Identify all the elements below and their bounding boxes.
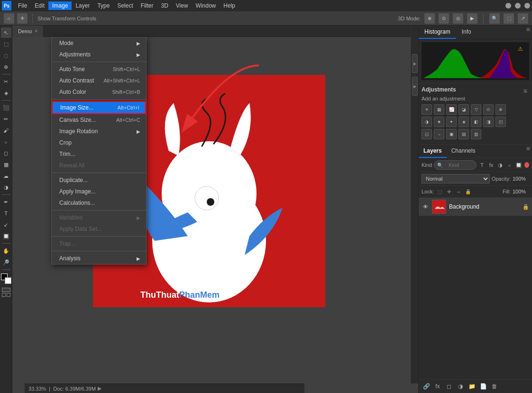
adj-bw[interactable]: ◑	[422, 117, 432, 127]
filter-icon-fx[interactable]: fx	[487, 161, 495, 169]
fg-bg-colors[interactable]	[1, 274, 11, 284]
menu-auto-tone[interactable]: Auto Tone Shift+Ctrl+L	[52, 64, 146, 75]
adj-invert[interactable]: ◧	[471, 117, 481, 127]
adj-vibrance[interactable]: ▽	[471, 104, 481, 115]
filter-indicator[interactable]	[524, 162, 529, 168]
view-icon[interactable]: ⬚	[504, 13, 514, 24]
tool-brush[interactable]: ✏	[1, 114, 11, 124]
search-icon[interactable]: 🔍	[489, 13, 500, 24]
adj-color-balance[interactable]: ⊕	[495, 104, 506, 115]
3d-icon-2[interactable]: ⊙	[439, 13, 449, 24]
tool-gradient[interactable]: ▦	[1, 159, 11, 170]
menu-auto-contrast[interactable]: Auto Contrast Alt+Shift+Ctrl+L	[52, 75, 146, 86]
menu-image[interactable]: Image	[48, 1, 72, 10]
layers-search-input[interactable]	[445, 161, 473, 169]
menu-filter[interactable]: Filter	[137, 1, 157, 10]
filter-icon-color[interactable]: ⬦	[506, 161, 513, 169]
menu-calculations[interactable]: Calculations...	[52, 197, 146, 209]
filter-icon-T[interactable]: T	[478, 161, 486, 169]
adj-photo-filter[interactable]: ★	[434, 117, 444, 127]
adj-extra-2[interactable]: ▤	[459, 129, 469, 139]
tool-blur[interactable]: ☁	[1, 171, 11, 181]
tool-eyedropper[interactable]: ◈	[1, 88, 11, 98]
adj-selective-color[interactable]: ⬦	[434, 129, 444, 139]
tool-dodge[interactable]: ◑	[1, 182, 11, 192]
add-mask-icon[interactable]: ◻	[444, 382, 454, 391]
histogram-menu-icon[interactable]: ≡	[524, 26, 532, 39]
menu-apply-image[interactable]: Apply Image...	[52, 186, 146, 197]
layer-background[interactable]: 👁 Background 🔒	[419, 198, 532, 216]
adj-color-lookup[interactable]: ◈	[459, 117, 469, 127]
menu-3d[interactable]: 3D	[157, 1, 172, 10]
tool-history[interactable]: ⬦	[1, 137, 11, 147]
adj-levels[interactable]: ▦	[434, 104, 444, 115]
background-color[interactable]	[5, 277, 11, 284]
tool-marquee[interactable]: ⬚	[1, 39, 11, 49]
tool-lasso[interactable]: ◌	[1, 50, 11, 61]
tool-zoom[interactable]: 🔎	[1, 257, 11, 267]
menu-adjustments[interactable]: Adjustments ▶	[52, 49, 146, 60]
quick-mask-icon[interactable]	[2, 288, 10, 292]
delete-layer-icon[interactable]: 🗑	[490, 382, 499, 391]
menu-analysis[interactable]: Analysis ▶	[52, 253, 146, 264]
new-layer-icon[interactable]: 📄	[478, 382, 488, 391]
tool-stamp[interactable]: 🖌	[1, 125, 11, 136]
filter-icon-smart[interactable]: 🔲	[515, 161, 522, 169]
link-layers-icon[interactable]: 🔗	[422, 382, 431, 391]
layers-tab-btn[interactable]: Layers	[419, 145, 447, 158]
menu-file[interactable]: File	[14, 1, 31, 10]
adj-gradient-map[interactable]: ◱	[422, 129, 432, 139]
close-btn[interactable]	[524, 3, 530, 9]
menu-type[interactable]: Type	[93, 1, 113, 10]
adj-posterize[interactable]: ◨	[483, 117, 494, 127]
3d-icon-4[interactable]: ▶	[467, 13, 477, 24]
status-arrow[interactable]: ▶	[98, 385, 101, 392]
adj-threshold[interactable]: ◰	[495, 117, 506, 127]
menu-help[interactable]: Help	[220, 1, 239, 10]
tool-path-select[interactable]: ↙	[1, 219, 11, 230]
maximize-btn[interactable]	[515, 3, 521, 9]
minimize-btn[interactable]	[505, 3, 511, 9]
channels-tab-btn[interactable]: Channels	[447, 145, 480, 158]
screen-mode-icon[interactable]	[2, 293, 6, 297]
collapse-bottom-icon[interactable]: ▶	[412, 77, 418, 96]
3d-icon-3[interactable]: ◎	[453, 13, 463, 24]
home-icon[interactable]: ⌂	[4, 13, 14, 24]
lock-all-icon[interactable]: 🔒	[464, 188, 472, 195]
collapse-top-icon[interactable]: ▶	[412, 54, 418, 73]
tool-text[interactable]: T	[1, 208, 11, 219]
tool-eraser[interactable]: ◻	[1, 148, 11, 158]
menu-image-rotation[interactable]: Image Rotation ▶	[52, 126, 146, 137]
info-tab[interactable]: Info	[456, 26, 477, 39]
adj-hsl[interactable]: ⊙	[483, 104, 494, 115]
layer-visibility-icon[interactable]: 👁	[422, 203, 429, 210]
tool-hand[interactable]: ✋	[1, 246, 11, 256]
filter-icon-adj[interactable]: ◑	[497, 161, 504, 169]
menu-auto-color[interactable]: Auto Color Shift+Ctrl+B	[52, 86, 146, 98]
menu-layer[interactable]: Layer	[72, 1, 93, 10]
lock-move-icon[interactable]: ✛	[445, 188, 453, 195]
menu-window[interactable]: Window	[192, 1, 220, 10]
tool-quick-select[interactable]: ⊕	[1, 62, 11, 72]
adj-channel-mixer[interactable]: ✦	[446, 117, 457, 127]
add-style-icon[interactable]: fx	[433, 382, 442, 391]
adj-extra-1[interactable]: ▣	[446, 129, 457, 139]
full-screen-icon[interactable]	[7, 293, 10, 297]
menu-crop[interactable]: Crop	[52, 137, 146, 148]
adj-extra-3[interactable]: ▥	[471, 129, 481, 139]
adj-curves[interactable]: 📈	[446, 104, 457, 115]
menu-edit[interactable]: Edit	[31, 1, 48, 10]
menu-trim[interactable]: Trim...	[52, 148, 146, 160]
adj-brightness[interactable]: ☀	[422, 104, 432, 115]
menu-view[interactable]: View	[172, 1, 192, 10]
move-tool-icon[interactable]: ✛	[17, 13, 28, 24]
blend-mode-select[interactable]: Normal	[422, 174, 490, 183]
histogram-tab[interactable]: Histogram	[419, 26, 456, 39]
tool-move[interactable]: ↖	[1, 27, 11, 38]
3d-icon-1[interactable]: ⊕	[424, 13, 435, 24]
tool-pen[interactable]: ✒	[1, 197, 11, 207]
lock-pixels-icon[interactable]: ⬚	[436, 188, 443, 195]
new-adjustment-icon[interactable]: ◑	[456, 382, 465, 391]
adjustments-menu-icon[interactable]: ≡	[522, 87, 529, 95]
menu-mode[interactable]: Mode ▶	[52, 37, 146, 49]
